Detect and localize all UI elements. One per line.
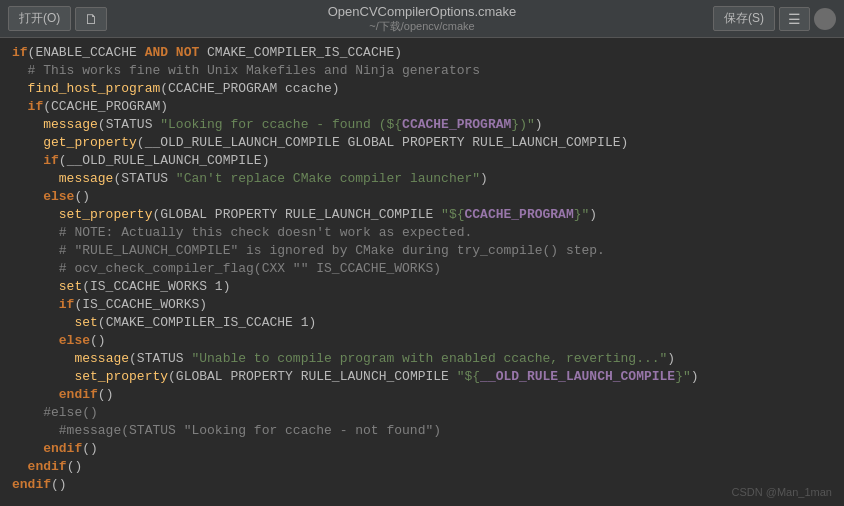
titlebar-right: 保存(S) ☰ bbox=[713, 6, 836, 31]
comment-else: #else() bbox=[43, 404, 98, 422]
indent bbox=[12, 422, 59, 440]
code-line-23: endif() bbox=[0, 440, 844, 458]
indent bbox=[12, 350, 74, 368]
indent bbox=[12, 188, 43, 206]
string-ccache3: }" bbox=[574, 206, 590, 224]
code-text: () bbox=[82, 440, 98, 458]
code-line-6: get_property(__OLD_RULE_LAUNCH_COMPILE G… bbox=[0, 134, 844, 152]
keyword-endif1: endif bbox=[59, 386, 98, 404]
watermark: CSDN @Man_1man bbox=[732, 486, 832, 498]
code-text: (GLOBAL PROPERTY RULE_LAUNCH_COMPILE bbox=[152, 206, 441, 224]
code-text: (ENABLE_CCACHE bbox=[28, 44, 145, 62]
var-old: __OLD_RULE_LAUNCH_COMPILE bbox=[480, 368, 675, 386]
string-old: "${ bbox=[457, 368, 480, 386]
code-line-17: else() bbox=[0, 332, 844, 350]
indent bbox=[12, 134, 43, 152]
keyword-endif4: endif bbox=[12, 476, 51, 494]
code-line-22: #message(STATUS "Looking for ccache - no… bbox=[0, 422, 844, 440]
code-line-5: message(STATUS "Looking for ccache - fou… bbox=[0, 116, 844, 134]
indent bbox=[12, 296, 59, 314]
comment-msg: #message(STATUS "Looking for ccache - no… bbox=[59, 422, 441, 440]
string-close: })" bbox=[511, 116, 534, 134]
indent bbox=[12, 368, 74, 386]
menu-button[interactable]: ☰ bbox=[779, 7, 810, 31]
code-line-15: if(IS_CCACHE_WORKS) bbox=[0, 296, 844, 314]
indent bbox=[12, 206, 59, 224]
indent bbox=[12, 440, 43, 458]
indent bbox=[12, 224, 59, 242]
keyword-else2: else bbox=[59, 332, 90, 350]
code-text: (__OLD_RULE_LAUNCH_COMPILE) bbox=[59, 152, 270, 170]
code-line-18: message(STATUS "Unable to compile progra… bbox=[0, 350, 844, 368]
indent bbox=[12, 62, 28, 80]
indent bbox=[12, 458, 28, 476]
code-text: (IS_CCACHE_WORKS 1) bbox=[82, 278, 230, 296]
code-text: (STATUS bbox=[98, 116, 160, 134]
code-line-16: set(CMAKE_COMPILER_IS_CCACHE 1) bbox=[0, 314, 844, 332]
keyword-if3: if bbox=[43, 152, 59, 170]
indent bbox=[12, 170, 59, 188]
file-path: ~/下载/opencv/cmake bbox=[328, 19, 517, 34]
keyword-and: AND NOT bbox=[145, 44, 200, 62]
titlebar-center: OpenCVCompilerOptions.cmake ~/下载/opencv/… bbox=[328, 4, 517, 34]
string-cant: "Can't replace CMake compiler launcher" bbox=[176, 170, 480, 188]
code-area: if(ENABLE_CCACHE AND NOT CMAKE_COMPILER_… bbox=[0, 38, 844, 506]
indent bbox=[12, 278, 59, 296]
file-icon[interactable]: 🗋 bbox=[75, 7, 107, 31]
comment: # This works fine with Unix Makefiles an… bbox=[28, 62, 480, 80]
code-text: CMAKE_COMPILER_IS_CCACHE) bbox=[199, 44, 402, 62]
func-message: message bbox=[43, 116, 98, 134]
indent bbox=[12, 386, 59, 404]
code-text: () bbox=[74, 188, 90, 206]
code-text: ) bbox=[535, 116, 543, 134]
code-text: (CMAKE_COMPILER_IS_CCACHE 1) bbox=[98, 314, 316, 332]
keyword-else: else bbox=[43, 188, 74, 206]
keyword-if4: if bbox=[59, 296, 75, 314]
comment-ocv: # ocv_check_compiler_flag(CXX "" IS_CCAC… bbox=[59, 260, 441, 278]
indent bbox=[12, 98, 28, 116]
code-text: () bbox=[98, 386, 114, 404]
string-var: ${ bbox=[387, 116, 403, 134]
code-text: ) bbox=[480, 170, 488, 188]
comment-rule: # "RULE_LAUNCH_COMPILE" is ignored by CM… bbox=[59, 242, 605, 260]
code-text: ) bbox=[589, 206, 597, 224]
code-line-20: endif() bbox=[0, 386, 844, 404]
string-old2: }" bbox=[675, 368, 691, 386]
code-text: (GLOBAL PROPERTY RULE_LAUNCH_COMPILE bbox=[168, 368, 457, 386]
code-line-7: if(__OLD_RULE_LAUNCH_COMPILE) bbox=[0, 152, 844, 170]
code-text: () bbox=[90, 332, 106, 350]
titlebar: 打开(O) 🗋 OpenCVCompilerOptions.cmake ~/下载… bbox=[0, 0, 844, 38]
code-line-2: # This works fine with Unix Makefiles an… bbox=[0, 62, 844, 80]
func-message3: message bbox=[74, 350, 129, 368]
code-text: (CCACHE_PROGRAM) bbox=[43, 98, 168, 116]
indent bbox=[12, 80, 28, 98]
indent bbox=[12, 404, 43, 422]
code-line-12: # "RULE_LAUNCH_COMPILE" is ignored by CM… bbox=[0, 242, 844, 260]
code-text: (STATUS bbox=[129, 350, 191, 368]
save-button[interactable]: 保存(S) bbox=[713, 6, 775, 31]
func-find: find_host_program bbox=[28, 80, 161, 98]
func-set2: set bbox=[74, 314, 97, 332]
code-line-11: # NOTE: Actually this check doesn't work… bbox=[0, 224, 844, 242]
indent bbox=[12, 116, 43, 134]
code-text: ) bbox=[667, 350, 675, 368]
indent bbox=[12, 242, 59, 260]
func-message2: message bbox=[59, 170, 114, 188]
code-text: (CCACHE_PROGRAM ccache) bbox=[160, 80, 339, 98]
titlebar-left: 打开(O) 🗋 bbox=[8, 6, 107, 31]
code-line-25: endif() bbox=[0, 476, 844, 494]
code-text: () bbox=[51, 476, 67, 494]
code-text: ) bbox=[691, 368, 699, 386]
code-line-10: set_property(GLOBAL PROPERTY RULE_LAUNCH… bbox=[0, 206, 844, 224]
indent bbox=[12, 260, 59, 278]
open-button[interactable]: 打开(O) bbox=[8, 6, 71, 31]
func-get: get_property bbox=[43, 134, 137, 152]
code-line-3: find_host_program(CCACHE_PROGRAM ccache) bbox=[0, 80, 844, 98]
indent bbox=[12, 332, 59, 350]
indent bbox=[12, 314, 74, 332]
var-ccache: CCACHE_PROGRAM bbox=[402, 116, 511, 134]
string-looking: "Looking for ccache - found ( bbox=[160, 116, 386, 134]
circle-button[interactable] bbox=[814, 8, 836, 30]
keyword-if2: if bbox=[28, 98, 44, 116]
code-line-24: endif() bbox=[0, 458, 844, 476]
